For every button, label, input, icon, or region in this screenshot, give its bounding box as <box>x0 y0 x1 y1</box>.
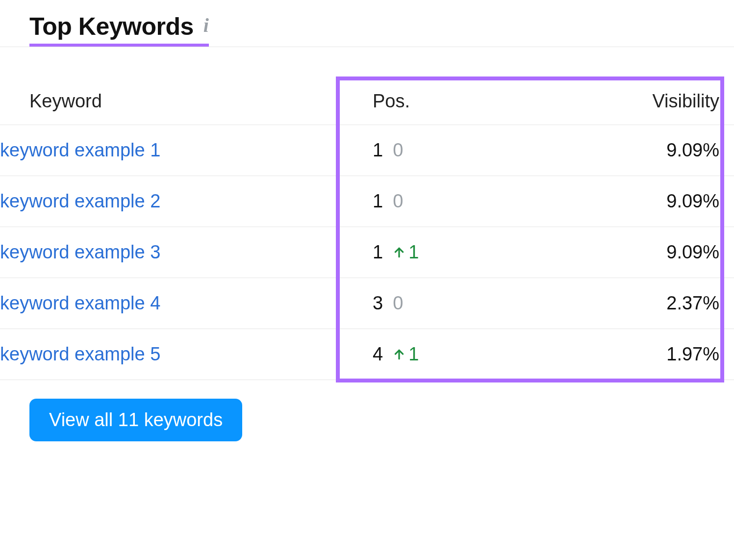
position-cell: 10 <box>353 125 525 176</box>
position-cell: 41 <box>353 329 525 380</box>
keyword-link[interactable]: keyword example 4 <box>0 293 160 313</box>
visibility-cell: 9.09% <box>525 125 734 176</box>
col-visibility: Visibility <box>525 79 734 125</box>
table-row: keyword example 1109.09% <box>0 125 734 176</box>
position-value: 3 <box>373 293 384 314</box>
arrow-up-icon: 1 <box>393 242 420 263</box>
visibility-value: 2.37% <box>666 293 719 313</box>
widget-title: Top Keywords <box>29 12 194 41</box>
col-position: Pos. <box>353 79 525 125</box>
table-row: keyword example 3119.09% <box>0 227 734 278</box>
position-value: 1 <box>373 140 384 161</box>
visibility-value: 9.09% <box>666 140 719 160</box>
visibility-cell: 2.37% <box>525 278 734 329</box>
arrow-up-icon: 1 <box>393 344 420 365</box>
position-value: 1 <box>373 191 384 212</box>
visibility-value: 9.09% <box>666 242 719 262</box>
keyword-link[interactable]: keyword example 3 <box>0 242 160 262</box>
info-icon[interactable]: i <box>203 16 209 37</box>
position-delta-zero: 0 <box>393 293 404 314</box>
view-all-button[interactable]: View all 11 keywords <box>29 399 242 441</box>
col-keyword: Keyword <box>0 79 353 125</box>
position-cell: 10 <box>353 176 525 227</box>
position-value: 4 <box>373 344 384 365</box>
keyword-link[interactable]: keyword example 2 <box>0 191 160 211</box>
keyword-link[interactable]: keyword example 5 <box>0 344 160 364</box>
table-row: keyword example 5411.97% <box>0 329 734 380</box>
table-row: keyword example 4302.37% <box>0 278 734 329</box>
position-cell: 11 <box>353 227 525 278</box>
visibility-value: 9.09% <box>666 191 719 211</box>
table-row: keyword example 2109.09% <box>0 176 734 227</box>
position-delta-zero: 0 <box>393 140 404 161</box>
keywords-table: Keyword Pos. Visibility keyword example … <box>0 79 734 380</box>
keyword-link[interactable]: keyword example 1 <box>0 140 160 160</box>
visibility-value: 1.97% <box>666 344 719 364</box>
table-header-row: Keyword Pos. Visibility <box>0 79 734 125</box>
position-delta-zero: 0 <box>393 191 404 212</box>
position-cell: 30 <box>353 278 525 329</box>
position-value: 1 <box>373 242 384 263</box>
widget-header: Top Keywords i <box>0 12 734 47</box>
visibility-cell: 1.97% <box>525 329 734 380</box>
visibility-cell: 9.09% <box>525 176 734 227</box>
visibility-cell: 9.09% <box>525 227 734 278</box>
